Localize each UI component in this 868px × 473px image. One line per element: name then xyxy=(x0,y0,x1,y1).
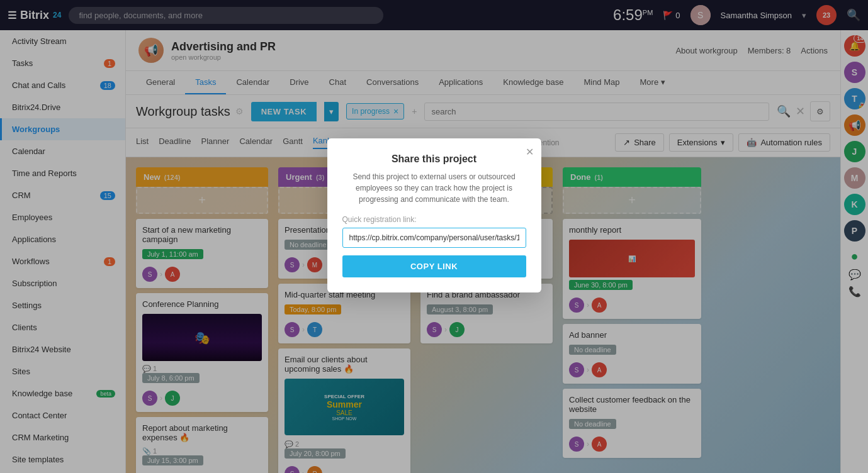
share-modal: ✕ Share this project Send this project t… xyxy=(327,138,541,292)
modal-link-input[interactable] xyxy=(342,228,526,248)
modal-close-button[interactable]: ✕ xyxy=(526,146,534,158)
modal-description: Send this project to external users or o… xyxy=(342,171,526,205)
modal-title: Share this project xyxy=(342,153,526,165)
copy-link-button[interactable]: COPY LINK xyxy=(342,255,526,277)
modal-link-label: Quick registration link: xyxy=(342,215,526,224)
share-modal-overlay[interactable]: ✕ Share this project Send this project t… xyxy=(0,0,868,473)
